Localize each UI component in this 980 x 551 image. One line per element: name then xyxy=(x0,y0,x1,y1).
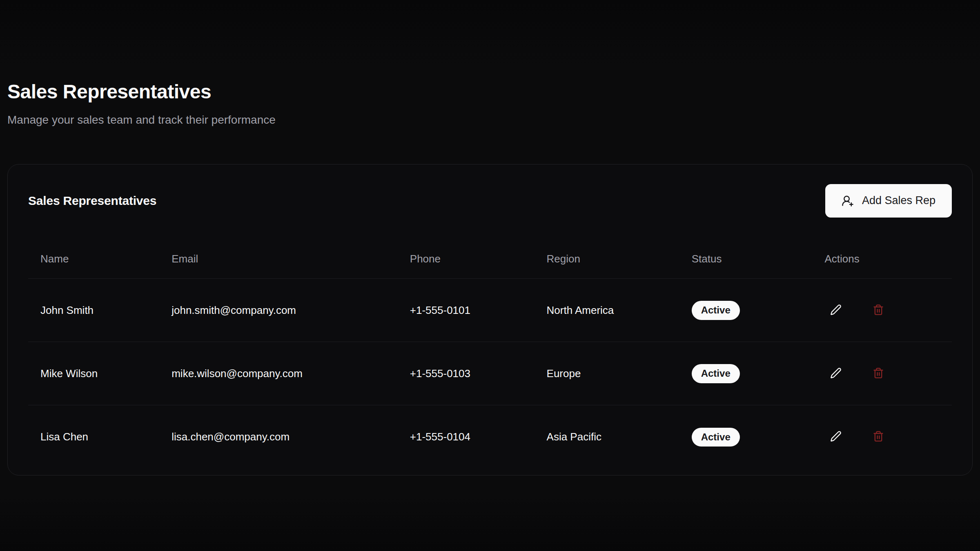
pencil-icon xyxy=(830,431,842,443)
cell-phone: +1-555-0101 xyxy=(398,279,535,342)
pencil-icon xyxy=(830,304,842,317)
delete-button[interactable] xyxy=(867,426,890,449)
trash-icon xyxy=(873,367,884,380)
cell-phone: +1-555-0103 xyxy=(398,342,535,405)
trash-icon xyxy=(873,304,884,317)
column-header-email: Email xyxy=(159,240,398,279)
status-badge: Active xyxy=(692,364,740,383)
column-header-name: Name xyxy=(28,240,159,279)
trash-icon xyxy=(873,431,884,443)
user-plus-icon xyxy=(842,195,854,207)
add-sales-rep-button[interactable]: Add Sales Rep xyxy=(825,184,952,218)
status-badge: Active xyxy=(692,428,740,447)
status-badge: Active xyxy=(692,301,740,320)
column-header-phone: Phone xyxy=(398,240,535,279)
cell-region: North America xyxy=(535,279,679,342)
pencil-icon xyxy=(830,367,842,380)
cell-status: Active xyxy=(679,405,813,469)
cell-status: Active xyxy=(679,342,813,405)
table-header-row: Name Email Phone Region Status Actions xyxy=(28,240,952,279)
cell-phone: +1-555-0104 xyxy=(398,405,535,469)
cell-name: John Smith xyxy=(28,279,159,342)
delete-button[interactable] xyxy=(867,362,890,385)
cell-status: Active xyxy=(679,279,813,342)
cell-email: lisa.chen@company.com xyxy=(159,405,398,469)
cell-actions xyxy=(812,342,952,405)
cell-email: mike.wilson@company.com xyxy=(159,342,398,405)
column-header-status: Status xyxy=(679,240,813,279)
table-row: Mike Wilson mike.wilson@company.com +1-5… xyxy=(28,342,952,405)
edit-button[interactable] xyxy=(824,299,847,322)
sales-reps-page: Sales Representatives Manage your sales … xyxy=(0,0,980,475)
edit-button[interactable] xyxy=(824,426,847,449)
cell-email: john.smith@company.com xyxy=(159,279,398,342)
edit-button[interactable] xyxy=(824,362,847,385)
sales-reps-table: Name Email Phone Region Status Actions J… xyxy=(28,240,952,469)
page-subtitle: Manage your sales team and track their p… xyxy=(7,113,973,127)
cell-actions xyxy=(812,405,952,469)
page-title: Sales Representatives xyxy=(7,0,973,104)
sales-reps-card: Sales Representatives Add Sales Rep Name… xyxy=(7,164,973,475)
column-header-actions: Actions xyxy=(812,240,952,279)
cell-actions xyxy=(812,279,952,342)
cell-name: Lisa Chen xyxy=(28,405,159,469)
cell-region: Europe xyxy=(535,342,679,405)
cell-name: Mike Wilson xyxy=(28,342,159,405)
table-row: Lisa Chen lisa.chen@company.com +1-555-0… xyxy=(28,405,952,469)
cell-region: Asia Pacific xyxy=(535,405,679,469)
card-title: Sales Representatives xyxy=(28,194,156,208)
column-header-region: Region xyxy=(535,240,679,279)
add-sales-rep-label: Add Sales Rep xyxy=(862,194,935,207)
card-header: Sales Representatives Add Sales Rep xyxy=(28,184,952,218)
delete-button[interactable] xyxy=(867,299,890,322)
table-row: John Smith john.smith@company.com +1-555… xyxy=(28,279,952,342)
